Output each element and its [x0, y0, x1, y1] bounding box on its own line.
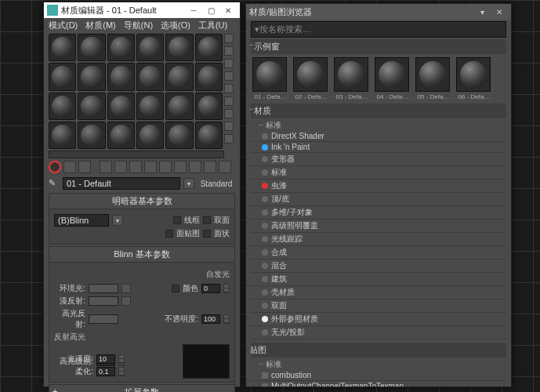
material-slot[interactable] — [165, 34, 193, 61]
show-in-vp-icon[interactable] — [174, 161, 187, 173]
material-slot[interactable] — [165, 122, 193, 149]
material-slot[interactable] — [165, 93, 193, 120]
show-end-icon[interactable] — [189, 161, 201, 173]
sample-slot[interactable]: 03 - Defa… — [334, 57, 370, 100]
self-illum-spinner[interactable]: 0 — [201, 284, 220, 293]
soften-spinner[interactable]: 0.1 — [96, 367, 115, 376]
sample-uv-icon[interactable] — [224, 71, 234, 81]
faceted-checkbox[interactable] — [203, 230, 211, 238]
titlebar[interactable]: 材质/贴图浏览器 ▾ ✕ — [246, 4, 511, 20]
self-illum-checkbox[interactable] — [172, 285, 179, 292]
backlight-icon[interactable] — [224, 46, 234, 56]
eyedropper-icon[interactable]: ✎ — [49, 178, 60, 189]
put-to-lib-icon[interactable] — [144, 161, 157, 173]
go-parent-icon[interactable] — [204, 161, 216, 173]
material-slot[interactable] — [78, 122, 105, 149]
mat-map-nav-icon[interactable] — [224, 134, 234, 143]
material-slot[interactable] — [195, 122, 223, 149]
close-button[interactable]: ✕ — [491, 5, 508, 18]
assign-icon[interactable] — [78, 161, 91, 173]
menu-navigate[interactable]: 导航(N) — [124, 20, 153, 31]
video-check-icon[interactable] — [224, 84, 234, 93]
sample-section-header[interactable]: 示例窗 — [251, 39, 506, 54]
dropdown-icon[interactable]: ▾ — [112, 215, 123, 226]
get-material-button[interactable] — [49, 161, 61, 173]
select-by-mat-icon[interactable] — [224, 122, 234, 131]
material-slot[interactable] — [136, 63, 164, 90]
background-icon[interactable] — [224, 59, 234, 68]
diffuse-map-icon[interactable] — [121, 296, 131, 306]
map-item[interactable]: combustion — [251, 370, 506, 381]
material-slot[interactable] — [49, 122, 76, 149]
material-slot[interactable] — [195, 93, 223, 120]
sample-type-icon[interactable] — [224, 34, 234, 43]
menu-tools[interactable]: 工具(U) — [198, 20, 227, 31]
ambient-swatch[interactable] — [89, 284, 118, 293]
sample-slot[interactable]: 02 - Defa… — [293, 57, 329, 100]
material-slot[interactable] — [49, 63, 76, 90]
material-item[interactable]: 高级照明覆盖 — [251, 220, 506, 233]
two-sided-checkbox[interactable] — [203, 216, 211, 224]
menu-options[interactable]: 选项(O) — [161, 20, 190, 31]
options-icon[interactable]: ▾ — [473, 5, 491, 18]
material-item[interactable]: 壳材质 — [251, 286, 506, 299]
material-item[interactable]: 合成 — [251, 246, 506, 260]
sample-slot[interactable]: 05 - Defa… — [415, 57, 451, 100]
scrollbar-horizontal[interactable] — [49, 151, 224, 158]
specular-swatch[interactable] — [89, 314, 118, 324]
menu-material[interactable]: 材质(M) — [85, 20, 116, 31]
material-item[interactable]: 无光/投影 — [251, 326, 506, 339]
material-item[interactable]: 虫漆 — [251, 180, 506, 193]
material-slot[interactable] — [136, 93, 164, 120]
material-slot[interactable] — [49, 93, 76, 120]
sample-slot[interactable]: 01 - Defa… — [252, 57, 288, 100]
material-slot[interactable] — [78, 93, 105, 120]
gloss-spinner[interactable]: 10 — [96, 354, 115, 364]
material-slot[interactable] — [78, 63, 105, 90]
material-slot[interactable] — [136, 34, 164, 61]
close-button[interactable]: ✕ — [219, 4, 237, 16]
menu-mode[interactable]: 模式(D) — [49, 20, 78, 31]
material-name-input[interactable]: 01 - Default — [63, 177, 180, 190]
copy-icon[interactable] — [114, 161, 127, 173]
material-slot[interactable] — [195, 34, 223, 61]
titlebar[interactable]: 材质编辑器 - 01 - Default ─ ▢ ✕ — [44, 2, 240, 18]
material-item[interactable]: 顶/底 — [251, 193, 506, 206]
sample-slot[interactable]: 04 - Defa… — [375, 57, 411, 100]
material-slot[interactable] — [107, 122, 135, 149]
facemap-checkbox[interactable] — [165, 230, 173, 238]
maps-section-header[interactable]: 贴图 — [251, 343, 506, 358]
material-item[interactable]: 光线跟踪 — [251, 233, 506, 246]
sample-slot[interactable]: 06 - Defa… — [456, 57, 492, 100]
rollout-header[interactable]: Blinn 基本参数 — [49, 247, 234, 263]
material-item[interactable]: 多维/子对象 — [251, 206, 506, 220]
material-slot[interactable] — [107, 93, 135, 120]
preview-icon[interactable] — [224, 96, 234, 106]
diffuse-swatch[interactable] — [89, 296, 118, 306]
put-to-scene-icon[interactable] — [63, 161, 76, 173]
material-slot[interactable] — [78, 34, 105, 61]
options-icon[interactable] — [224, 109, 234, 118]
material-item[interactable]: DirectX Shader — [251, 131, 506, 142]
name-dropdown-icon[interactable]: ▾ — [183, 178, 194, 189]
material-item[interactable]: 外部参照材质 — [251, 313, 506, 326]
material-item[interactable]: 双面 — [251, 299, 506, 313]
material-item[interactable]: 建筑 — [251, 273, 506, 286]
material-slot[interactable] — [107, 34, 135, 61]
material-section-header[interactable]: 材质 — [251, 103, 506, 118]
material-slot[interactable] — [49, 34, 76, 61]
rollout-header[interactable]: 明暗器基本参数 — [49, 194, 234, 209]
spinner-buttons[interactable] — [118, 354, 125, 364]
reset-icon[interactable] — [100, 161, 112, 173]
opacity-spinner[interactable]: 100 — [201, 314, 220, 324]
material-slot[interactable] — [165, 63, 193, 90]
mat-id-icon[interactable] — [159, 161, 172, 173]
spinner-buttons[interactable] — [223, 284, 230, 293]
map-item[interactable]: MultiOutputChannelTexmapToTexmap — [251, 381, 506, 387]
rollout-header[interactable]: 扩展参数 — [49, 385, 234, 392]
lock-icon[interactable] — [121, 284, 131, 293]
minimize-button[interactable]: ─ — [185, 4, 202, 16]
maximize-button[interactable]: ▢ — [202, 4, 219, 16]
material-type-button[interactable]: Standard — [198, 180, 235, 188]
material-slot[interactable] — [136, 122, 164, 149]
